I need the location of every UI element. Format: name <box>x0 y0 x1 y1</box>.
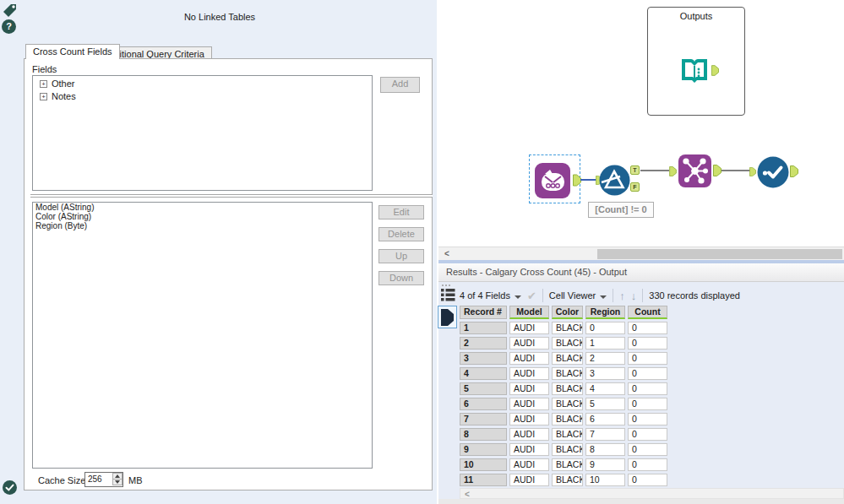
canvas-hscrollbar[interactable]: < <box>438 247 844 260</box>
fields-dropdown[interactable]: 4 of 4 Fields <box>460 290 521 301</box>
scroll-left-icon[interactable]: < <box>444 248 449 259</box>
table-cell[interactable]: BLACK <box>552 458 583 471</box>
table-cell[interactable]: 0 <box>628 458 667 471</box>
list-item[interactable]: Color (AString) <box>33 212 372 221</box>
browse-tool-icon[interactable] <box>678 53 711 87</box>
table-cell[interactable]: 0 <box>628 428 667 441</box>
table-cell[interactable]: AUDI <box>509 322 549 334</box>
table-cell[interactable]: AUDI <box>509 443 549 456</box>
results-hscrollbar[interactable]: < <box>460 488 844 499</box>
table-cell[interactable]: 0 <box>628 474 667 486</box>
selected-fields-list[interactable]: Model (AString)Color (AString)Region (By… <box>32 202 373 469</box>
results-menu-icon[interactable] <box>440 284 455 304</box>
table-cell[interactable]: AUDI <box>509 474 549 486</box>
table-cell[interactable]: AUDI <box>509 413 549 425</box>
stepper-down-icon[interactable] <box>113 480 122 485</box>
cache-size-stepper[interactable] <box>112 473 123 485</box>
edit-button[interactable]: Edit <box>378 205 424 219</box>
column-header[interactable]: Color <box>552 306 583 319</box>
table-cell[interactable]: 3 <box>585 367 625 380</box>
connection-join-check[interactable] <box>721 170 750 171</box>
table-cell[interactable]: AUDI <box>509 458 549 471</box>
column-header[interactable]: Model <box>509 306 549 319</box>
help-icon[interactable]: ? <box>2 19 16 34</box>
table-cell[interactable]: 0 <box>585 322 625 334</box>
table-cell[interactable]: 0 <box>628 413 667 425</box>
table-cell[interactable]: AUDI <box>509 352 549 365</box>
table-cell[interactable]: AUDI <box>509 337 549 350</box>
table-cell[interactable]: BLACK <box>552 474 583 486</box>
table-cell[interactable]: 0 <box>628 443 667 456</box>
record-number-cell[interactable]: 9 <box>460 443 507 456</box>
stepper-up-icon[interactable] <box>113 474 122 480</box>
calgary-cross-count-tool-icon[interactable] <box>534 162 571 199</box>
expand-icon[interactable]: + <box>40 80 47 88</box>
table-cell[interactable]: BLACK <box>552 382 583 395</box>
table-cell[interactable]: 1 <box>585 337 625 350</box>
cell-viewer-dropdown[interactable]: Cell Viewer <box>549 290 607 301</box>
table-cell[interactable]: 10 <box>585 474 625 486</box>
tree-item[interactable]: +Notes <box>40 91 372 101</box>
table-cell[interactable]: AUDI <box>509 428 549 441</box>
table-cell[interactable]: BLACK <box>552 352 583 365</box>
tag-icon[interactable] <box>3 3 17 18</box>
record-number-cell[interactable]: 2 <box>460 337 507 350</box>
list-item[interactable]: Region (Byte) <box>33 221 372 230</box>
column-header[interactable]: Region <box>585 306 625 319</box>
record-number-cell[interactable]: 8 <box>460 428 507 441</box>
table-cell[interactable]: 2 <box>585 352 625 365</box>
table-cell[interactable]: 0 <box>628 337 667 350</box>
table-cell[interactable]: 4 <box>585 382 625 395</box>
column-header[interactable]: Record # <box>460 306 507 319</box>
join-input-anchor[interactable] <box>669 166 677 176</box>
table-cell[interactable]: 0 <box>628 367 667 380</box>
table-cell[interactable]: BLACK <box>552 322 583 334</box>
record-number-cell[interactable]: 1 <box>460 322 507 334</box>
table-cell[interactable]: 8 <box>585 443 625 456</box>
connection-selected[interactable] <box>580 179 596 181</box>
table-cell[interactable]: 6 <box>585 413 625 425</box>
apply-check-icon[interactable]: ✔ <box>527 290 536 302</box>
table-cell[interactable]: AUDI <box>509 382 549 395</box>
record-number-cell[interactable]: 5 <box>460 382 507 395</box>
filter-true-anchor[interactable]: T <box>630 165 640 175</box>
list-item[interactable]: Model (AString) <box>33 203 372 212</box>
table-cell[interactable]: 0 <box>628 398 667 410</box>
table-cell[interactable]: BLACK <box>552 367 583 380</box>
table-cell[interactable]: BLACK <box>552 413 583 425</box>
table-cell[interactable]: BLACK <box>552 398 583 410</box>
filter-tool-icon[interactable] <box>599 165 630 196</box>
check-input-anchor[interactable] <box>749 167 756 176</box>
filter-annotation[interactable]: [Count] != 0 <box>588 202 654 218</box>
table-cell[interactable]: 5 <box>585 398 625 410</box>
filter-false-anchor[interactable]: F <box>630 182 640 192</box>
record-number-cell[interactable]: 11 <box>460 474 507 486</box>
table-cell[interactable]: BLACK <box>552 443 583 456</box>
table-cell[interactable]: 0 <box>628 322 667 334</box>
table-cell[interactable]: 0 <box>628 382 667 395</box>
check-output-anchor[interactable] <box>790 165 798 177</box>
join-multiple-tool-icon[interactable] <box>678 154 712 188</box>
table-cell[interactable]: AUDI <box>509 367 549 380</box>
table-cell[interactable]: 9 <box>585 458 625 471</box>
record-number-cell[interactable]: 3 <box>460 352 507 365</box>
record-number-cell[interactable]: 10 <box>460 458 507 471</box>
check-tool-icon[interactable] <box>757 156 789 188</box>
record-number-cell[interactable]: 7 <box>460 413 507 425</box>
table-cell[interactable]: 0 <box>628 352 667 365</box>
add-button[interactable]: Add <box>380 77 420 93</box>
output-anchor-button[interactable] <box>438 306 457 328</box>
up-button[interactable]: Up <box>378 249 424 263</box>
table-cell[interactable]: BLACK <box>552 337 583 350</box>
tab-cross-count-fields[interactable]: Cross Count Fields <box>25 44 120 59</box>
browse-output-anchor[interactable] <box>711 65 719 76</box>
table-cell[interactable]: BLACK <box>552 428 583 441</box>
delete-button[interactable]: Delete <box>378 227 424 241</box>
sort-up-icon[interactable]: ↑ <box>619 290 625 302</box>
connection-true[interactable] <box>640 170 669 171</box>
record-number-cell[interactable]: 4 <box>460 367 507 380</box>
canvas-hscroll-thumb[interactable] <box>597 249 842 259</box>
fields-tree[interactable]: +Other+Notes <box>32 75 373 191</box>
join-output-anchor[interactable] <box>713 165 721 176</box>
record-number-cell[interactable]: 6 <box>460 398 507 410</box>
